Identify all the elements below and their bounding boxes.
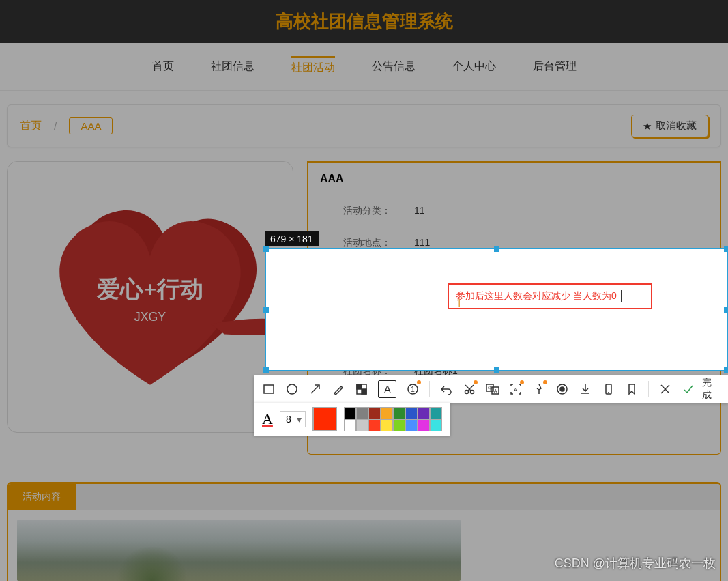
watermark-text: CSDN @计算机专业码农一枚 [555,555,716,571]
star-icon: ★ [643,120,652,132]
color-swatch[interactable] [393,419,405,431]
tab-empty [76,484,720,510]
color-palette [344,407,442,431]
nav-personal[interactable]: 个人中心 [452,57,496,76]
svg-rect-3 [264,385,274,393]
annotation-text-box[interactable]: 参加后这里人数会对应减少 当人数为0 [448,283,652,309]
color-swatch[interactable] [356,419,368,431]
tool-pin-icon[interactable] [532,382,546,397]
cancel-favorite-button[interactable]: ★ 取消收藏 [631,115,708,137]
color-swatch[interactable] [418,419,430,431]
tool-rect-icon[interactable] [262,382,276,397]
activity-title: AAA [308,163,720,195]
svg-text:中: 中 [487,386,492,391]
breadcrumb-sep: / [54,120,57,132]
font-indicator-icon: A [262,410,273,428]
tool-close-icon[interactable] [658,382,672,397]
activity-image-card: 爱心+行动 JXGY H [7,161,293,433]
heart-logo-image: 爱心+行动 JXGY H [8,162,293,432]
svg-line-15 [465,385,471,391]
color-swatch[interactable] [418,407,430,419]
tool-cut-icon[interactable] [463,382,476,397]
color-swatch[interactable] [368,407,381,419]
tool-arrow-icon[interactable] [308,382,322,397]
row-category: 活动分类： 11 [317,195,711,227]
current-color-swatch[interactable] [312,407,337,431]
screenshot-selection[interactable] [265,248,728,371]
color-swatch[interactable] [381,419,393,431]
color-swatch[interactable] [405,407,418,419]
tool-pen-icon[interactable] [332,382,345,397]
text-style-toolbar: A 8 [254,403,450,436]
done-label[interactable]: 完成 [702,377,720,401]
svg-line-14 [468,385,474,391]
svg-text:JXGY: JXGY [134,310,166,324]
svg-rect-8 [362,389,366,394]
tool-record-icon[interactable] [555,382,569,397]
breadcrumb-home[interactable]: 首页 [20,119,42,133]
tool-circle-icon[interactable] [285,382,299,397]
svg-line-5 [311,385,319,393]
font-size-select[interactable]: 8 [280,411,306,427]
color-swatch[interactable] [356,407,368,419]
svg-point-13 [470,391,474,394]
svg-text:爱心+行动: 爱心+行动 [96,277,203,302]
ibeam-cursor-icon: I [458,298,461,310]
annotation-text: 参加后这里人数会对应减少 当人数为0 [456,290,617,302]
nav-admin[interactable]: 后台管理 [533,57,577,76]
svg-text:1: 1 [411,386,415,393]
tool-bookmark-icon[interactable] [625,382,639,397]
color-swatch[interactable] [368,419,381,431]
color-swatch[interactable] [405,419,418,431]
svg-text:A: A [384,384,391,395]
tool-text-icon[interactable]: A [378,380,396,398]
tool-mosaic-icon[interactable] [355,382,368,397]
text-cursor [621,290,622,302]
svg-point-22 [560,387,564,391]
color-swatch[interactable] [344,419,356,431]
nav-announce[interactable]: 公告信息 [372,57,416,76]
app-title: 高校社团信息管理系统 [276,10,453,33]
val-category: 11 [414,205,425,217]
app-header: 高校社团信息管理系统 [0,0,728,43]
nav-home[interactable]: 首页 [152,57,174,76]
tool-number-icon[interactable]: 1 [406,382,420,397]
color-swatch[interactable] [430,419,442,431]
breadcrumb-current: AAA [69,117,113,134]
nav-club-info[interactable]: 社团信息 [211,57,254,76]
svg-rect-7 [357,384,362,389]
main-nav: 首页 社团信息 社团活动 公告信息 个人中心 后台管理 [0,43,728,91]
label-category: 活动分类： [343,205,394,217]
color-swatch[interactable] [381,407,393,419]
color-swatch[interactable] [430,407,442,419]
breadcrumb: 首页 / AAA ★ 取消收藏 [7,104,721,147]
color-swatch[interactable] [393,407,405,419]
tab-activity-content[interactable]: 活动内容 [8,484,76,510]
tool-undo-icon[interactable] [439,382,453,397]
color-swatch[interactable] [344,407,356,419]
tool-download-icon[interactable] [579,382,592,397]
nav-club-activity[interactable]: 社团活动 [291,56,335,78]
screenshot-toolbar: A 1 中A A 完成 [254,375,728,403]
svg-point-4 [287,384,297,394]
fav-label: 取消收藏 [656,119,697,132]
svg-point-12 [465,391,468,394]
svg-text:A: A [494,388,497,393]
tool-translate-icon[interactable]: 中A [486,382,499,397]
tool-done-icon[interactable] [682,382,695,397]
svg-text:A: A [514,386,518,393]
selection-dimensions: 679 × 181 [265,231,319,246]
content-image [17,520,461,581]
tool-phone-icon[interactable] [602,382,615,397]
tool-ocr-icon[interactable]: A [509,382,523,397]
